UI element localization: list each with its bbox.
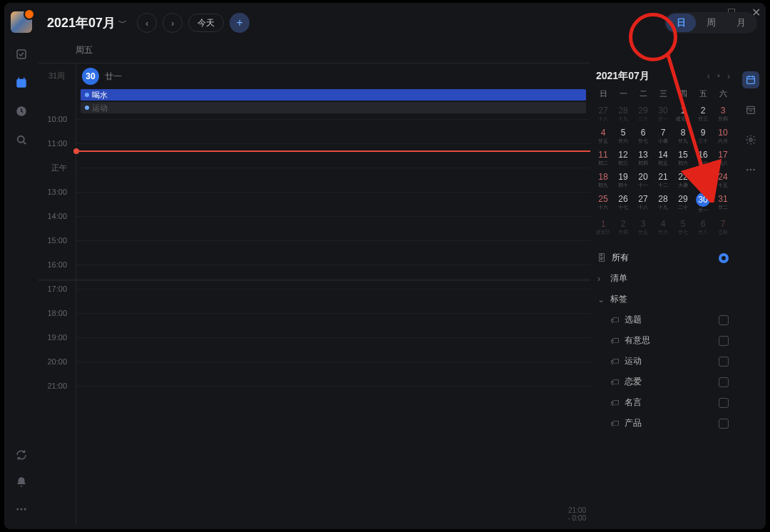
mini-cal-day[interactable]: 21十二: [653, 168, 673, 190]
mini-cal-day[interactable]: 13初四: [633, 146, 653, 168]
mini-cal-day[interactable]: 17初八: [713, 146, 733, 168]
sync-icon[interactable]: [14, 448, 29, 462]
prev-button[interactable]: ‹: [137, 13, 157, 33]
mini-prev[interactable]: ‹: [707, 71, 710, 81]
mini-cal-day[interactable]: 27十八: [593, 102, 613, 124]
mini-next[interactable]: ›: [727, 71, 730, 81]
mini-cal-day[interactable]: 19初十: [613, 168, 633, 190]
mini-dow: 五: [693, 88, 713, 102]
filter-tag-item[interactable]: 🏷产品: [593, 413, 733, 434]
mini-cal-day[interactable]: 20十一: [633, 168, 653, 190]
checkbox-icon[interactable]: [719, 377, 729, 387]
mini-cal-day[interactable]: 7小暑: [653, 124, 673, 146]
filter-tag-item[interactable]: 🏷名言: [593, 392, 733, 413]
calendar-icon[interactable]: [14, 76, 29, 90]
svg-point-9: [24, 508, 26, 511]
more-icon[interactable]: [14, 502, 29, 516]
mini-cal-day[interactable]: 5廿七: [673, 215, 693, 237]
mini-cal-day[interactable]: 2廿四: [613, 215, 633, 237]
next-button[interactable]: ›: [163, 13, 183, 33]
hour-row[interactable]: [76, 362, 590, 386]
mini-cal-day[interactable]: 30廿一: [653, 102, 673, 124]
hour-label: 16:00: [38, 260, 67, 269]
checkbox-icon[interactable]: [719, 419, 729, 429]
mini-cal-day[interactable]: 7立秋: [713, 215, 733, 237]
add-button[interactable]: +: [230, 13, 250, 33]
checkbox-icon[interactable]: [719, 398, 729, 408]
hour-row[interactable]: [76, 216, 590, 240]
mini-cal-day[interactable]: 10六月: [713, 124, 733, 146]
mini-cal-day[interactable]: 26十七: [613, 190, 633, 215]
mini-cal-day[interactable]: 18初九: [593, 168, 613, 190]
checkbox-icon[interactable]: [719, 315, 729, 325]
filter-tag-item[interactable]: 🏷运动: [593, 351, 733, 372]
mini-cal-day[interactable]: 22大暑: [673, 168, 693, 190]
mini-cal-day[interactable]: 28十九: [653, 190, 673, 215]
mini-cal-day[interactable]: 9三十: [693, 124, 713, 146]
hour-row[interactable]: [76, 337, 590, 362]
checkbox-icon[interactable]: [719, 336, 729, 346]
mini-cal-day[interactable]: 24十五: [713, 168, 733, 190]
filter-tags-group[interactable]: ⌄ 标签: [593, 289, 733, 310]
month-title[interactable]: 2021年07月 ﹀: [47, 14, 127, 31]
mini-cal-day[interactable]: 1建军节: [593, 215, 613, 237]
mini-cal-day[interactable]: 23十四: [693, 168, 713, 190]
allday-event[interactable]: 运动: [81, 102, 586, 113]
mini-cal-day[interactable]: 29二十: [633, 102, 653, 124]
settings-icon[interactable]: [742, 131, 759, 148]
mini-cal-day[interactable]: 15初六: [673, 146, 693, 168]
today-button[interactable]: 今天: [188, 14, 224, 32]
mini-cal-day[interactable]: 3廿五: [633, 215, 653, 237]
hour-row[interactable]: [76, 240, 590, 265]
clock-icon[interactable]: [14, 104, 29, 118]
mini-cal-day[interactable]: 6廿七: [633, 124, 653, 146]
mini-cal-day[interactable]: 4廿五: [593, 124, 613, 146]
filter-tag-item[interactable]: 🏷选题: [593, 310, 733, 330]
hour-row[interactable]: [76, 265, 590, 289]
hour-row[interactable]: [76, 119, 590, 143]
mini-cal-day[interactable]: 16初七: [693, 146, 713, 168]
checkbox-icon[interactable]: [719, 357, 729, 367]
mini-cal-day[interactable]: 4廿六: [653, 215, 673, 237]
hour-row[interactable]: [76, 143, 590, 168]
mini-cal-day[interactable]: 3廿四: [713, 102, 733, 124]
mini-cal-day[interactable]: 11初二: [593, 146, 613, 168]
notification-icon[interactable]: [14, 475, 29, 489]
mini-cal-day[interactable]: 28十九: [613, 102, 633, 124]
filter-tag-item[interactable]: 🏷有意思: [593, 330, 733, 351]
mini-calendar-icon[interactable]: [742, 71, 759, 88]
tasks-icon[interactable]: [14, 47, 29, 61]
more-vertical-icon[interactable]: [742, 161, 759, 178]
avatar[interactable]: [11, 11, 32, 33]
mini-cal-day[interactable]: 29二十: [673, 190, 693, 215]
view-week[interactable]: 周: [696, 14, 726, 32]
filter-all[interactable]: 🗄 所有: [593, 247, 733, 268]
hour-row[interactable]: [76, 386, 590, 410]
filter-tag-item[interactable]: 🏷恋爱: [593, 372, 733, 392]
allday-event[interactable]: 喝水: [81, 89, 586, 101]
hour-row[interactable]: [76, 192, 590, 216]
mini-dot[interactable]: •: [717, 71, 720, 81]
mini-cal-day[interactable]: 14初五: [653, 146, 673, 168]
svg-point-8: [21, 508, 23, 511]
mini-cal-day[interactable]: 30廿一: [693, 190, 713, 215]
mini-cal-title[interactable]: 2021年07月: [596, 70, 650, 83]
mini-cal-day[interactable]: 27十八: [633, 190, 653, 215]
hour-row[interactable]: [76, 168, 590, 192]
schedule-icon[interactable]: [742, 101, 759, 118]
hour-row[interactable]: [76, 313, 590, 337]
hour-row[interactable]: [76, 289, 590, 313]
mini-cal-day[interactable]: 6廿八: [693, 215, 713, 237]
mini-cal-day[interactable]: 12初三: [613, 146, 633, 168]
mini-cal-day[interactable]: 31廿二: [713, 190, 733, 215]
mini-cal-day[interactable]: 8廿九: [673, 124, 693, 146]
view-day[interactable]: 日: [666, 14, 696, 32]
timeline[interactable]: 10:0011:00正午13:0014:0015:0016:0017:0018:…: [38, 113, 590, 525]
mini-cal-day[interactable]: 1建党节: [673, 102, 693, 124]
search-icon[interactable]: [14, 133, 29, 147]
mini-cal-day[interactable]: 25十六: [593, 190, 613, 215]
view-month[interactable]: 月: [726, 14, 756, 32]
mini-cal-day[interactable]: 5廿六: [613, 124, 633, 146]
mini-cal-day[interactable]: 2廿三: [693, 102, 713, 124]
filter-lists[interactable]: › 清单: [593, 268, 733, 289]
